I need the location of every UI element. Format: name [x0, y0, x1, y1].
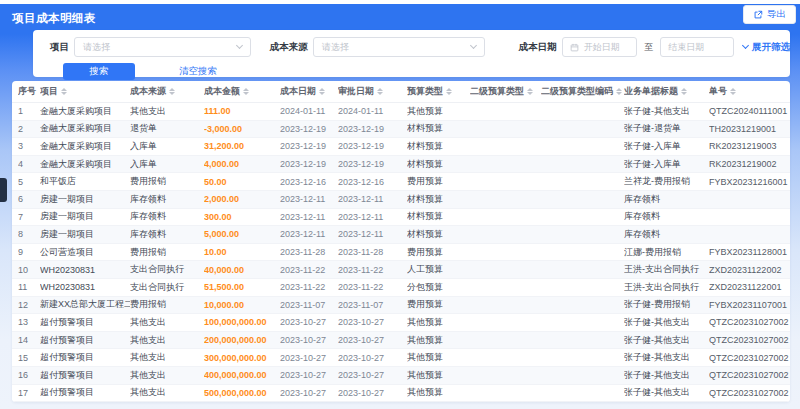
column-header[interactable]: 业务单据标题: [624, 85, 709, 98]
cell: 和平饭店: [40, 175, 130, 188]
cell: FYBX20231216001: [709, 177, 790, 187]
cell: 2023-10-27: [338, 335, 407, 345]
table-body: 1金融大厦采购项目其他支出111.002024-01-112024-01-11其…: [12, 103, 790, 402]
table-row[interactable]: 3金融大厦采购项目入库单31,200.002023-12-192023-12-1…: [12, 138, 790, 156]
sort-icon[interactable]: [681, 88, 687, 95]
table-row[interactable]: 9公司营造项目费用报销10.002023-11-282023-11-28费用预算…: [12, 244, 790, 262]
column-header[interactable]: 成本日期: [280, 85, 338, 98]
table-row[interactable]: 7房建一期项目库存领料300.002023-12-112023-12-11材料预…: [12, 209, 790, 227]
cell: 超付预警项目: [40, 316, 130, 329]
table-row[interactable]: 14超付预警项目其他支出200,000,000.002023-10-272023…: [12, 332, 790, 350]
column-header[interactable]: 成本来源: [130, 85, 204, 98]
cell: 2023-12-11: [280, 194, 338, 204]
table-row[interactable]: 10WH20230831支出合同执行40,000.002023-11-22202…: [12, 261, 790, 279]
cell: 超付预警项目: [40, 334, 130, 347]
cell: QTZC20231027002: [709, 388, 790, 398]
cell: 入库单: [130, 140, 204, 153]
sort-icon[interactable]: [61, 88, 67, 95]
sort-icon[interactable]: [243, 88, 249, 95]
page-title: 项目成本明细表: [12, 11, 96, 26]
cell: 5,000.00: [204, 229, 280, 239]
column-header[interactable]: 审批日期: [338, 85, 407, 98]
cell: 2023-12-16: [280, 177, 338, 187]
table-row[interactable]: 17超付预警项目其他支出500,000,000.002023-10-272023…: [12, 385, 790, 403]
table-row[interactable]: 12新建XX总部大厦工程二期费用报销10,000.002023-11-07202…: [12, 297, 790, 315]
table-row[interactable]: 8房建一期项目库存领料5,000.002023-12-112023-12-11材…: [12, 226, 790, 244]
cell: 其他支出: [130, 386, 204, 399]
column-header[interactable]: 成本金额: [204, 85, 280, 98]
cell: 2023-10-27: [280, 335, 338, 345]
cell: 张子健-退货单: [624, 122, 709, 135]
sort-icon[interactable]: [616, 88, 622, 95]
cell: 材料预算: [407, 122, 470, 135]
cell: -3,000.00: [204, 124, 280, 134]
cell: 4,000.00: [204, 159, 280, 169]
search-button[interactable]: 搜索: [63, 63, 135, 80]
cell: RK20231219003: [709, 141, 790, 151]
table-row[interactable]: 13超付预警项目其他支出100,000,000.002023-10-272023…: [12, 314, 790, 332]
table-header-row: 序号项目成本来源成本金额成本日期审批日期预算类型二级预算类型二级预算类型编码业务…: [12, 81, 790, 103]
column-header[interactable]: 二级预算类型编码: [541, 85, 624, 98]
end-date-input[interactable]: 结束日期: [660, 37, 734, 57]
cell: 张子健-费用报销: [624, 298, 709, 311]
cell: 张子健-其他支出: [624, 105, 709, 118]
cost-source-select[interactable]: 请选择: [313, 37, 485, 57]
cell: 张子健-入库单: [624, 140, 709, 153]
cell: 2023-10-27: [280, 388, 338, 398]
sort-icon[interactable]: [730, 88, 736, 95]
cell: 2024-01-11: [280, 106, 338, 116]
table-row[interactable]: 2金融大厦采购项目退货单-3,000.002023-12-192023-12-1…: [12, 121, 790, 139]
sort-icon[interactable]: [527, 88, 533, 95]
cell: 2023-11-22: [338, 282, 407, 292]
cell: 其他支出: [130, 316, 204, 329]
cell: 房建一期项目: [40, 210, 130, 223]
cell: 入库单: [130, 158, 204, 171]
cell: 2023-12-11: [338, 212, 407, 222]
cost-source-label: 成本来源: [270, 41, 308, 54]
project-select[interactable]: 请选择: [74, 37, 251, 57]
sort-icon[interactable]: [169, 88, 175, 95]
cell: 2023-11-28: [280, 247, 338, 257]
cell: 库存领料: [130, 228, 204, 241]
cell: 张子健-其他支出: [624, 386, 709, 399]
cell: 2023-12-19: [280, 124, 338, 134]
cell: 材料预算: [407, 140, 470, 153]
export-button[interactable]: 导出: [743, 5, 796, 24]
sort-icon[interactable]: [319, 88, 325, 95]
column-header[interactable]: 二级预算类型: [470, 85, 541, 98]
chevron-down-icon: [236, 42, 243, 49]
column-header[interactable]: 预算类型: [407, 85, 470, 98]
cell: 2023-11-22: [338, 265, 407, 275]
start-date-input[interactable]: 开始日期: [562, 37, 638, 57]
cell: 2: [18, 124, 40, 134]
cell: 张子健-入库单: [624, 158, 709, 171]
cell: 4: [18, 159, 40, 169]
column-header[interactable]: 单号: [709, 85, 790, 98]
table-row[interactable]: 16超付预警项目其他支出400,000,000.002023-10-272023…: [12, 367, 790, 385]
cell: 2023-10-27: [280, 370, 338, 380]
cell: 13: [18, 317, 40, 327]
cell: 其他支出: [130, 351, 204, 364]
column-header-label: 成本金额: [204, 85, 240, 98]
cell: 31,200.00: [204, 141, 280, 151]
cell: 3: [18, 141, 40, 151]
cell: 17: [18, 388, 40, 398]
clear-search-link[interactable]: 清空搜索: [179, 65, 217, 78]
table-row[interactable]: 15超付预警项目其他支出300,000,000.002023-10-272023…: [12, 349, 790, 367]
table-row[interactable]: 5和平饭店费用报销50.002023-12-162023-12-16费用预算兰祥…: [12, 173, 790, 191]
sort-icon[interactable]: [446, 88, 452, 95]
cell: 张子健-其他支出: [624, 351, 709, 364]
cell: 其他预算: [407, 351, 470, 364]
table-row[interactable]: 1金融大厦采购项目其他支出111.002024-01-112024-01-11其…: [12, 103, 790, 121]
table-row[interactable]: 4金融大厦采购项目入库单4,000.002023-12-192023-12-19…: [12, 156, 790, 174]
project-select-placeholder: 请选择: [83, 41, 110, 54]
column-header[interactable]: 项目: [40, 85, 130, 98]
table-row[interactable]: 11WH20230831支出合同执行51,500.002023-11-22202…: [12, 279, 790, 297]
date-range-separator: 至: [644, 41, 653, 54]
cell: 300.00: [204, 212, 280, 222]
sort-icon[interactable]: [377, 88, 383, 95]
table-row[interactable]: 6房建一期项目库存领料2,000.002023-12-112023-12-11材…: [12, 191, 790, 209]
expand-filters-link[interactable]: 展开筛选: [743, 41, 790, 54]
cell: 费用报销: [130, 175, 204, 188]
sidebar-handle[interactable]: [0, 178, 7, 202]
